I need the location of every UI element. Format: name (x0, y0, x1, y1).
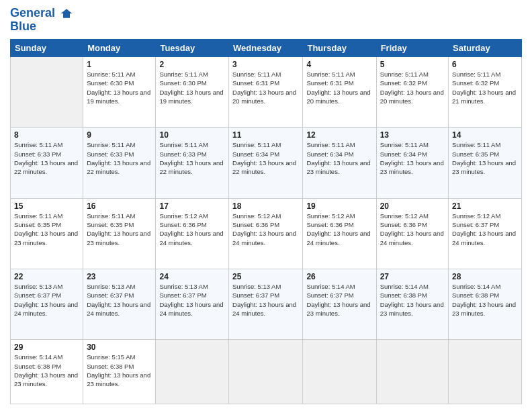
calendar-cell (303, 340, 376, 404)
day-number: 22 (14, 272, 79, 281)
weekday-header-sunday: Sunday (11, 40, 83, 57)
day-info: Sunrise: 5:11 AMSunset: 6:35 PMDaylight:… (14, 212, 79, 247)
day-number: 8 (14, 130, 79, 140)
day-info: Sunrise: 5:11 AMSunset: 6:33 PMDaylight:… (14, 140, 79, 176)
day-number: 2 (159, 60, 225, 69)
day-info: Sunrise: 5:11 AMSunset: 6:35 PMDaylight:… (452, 140, 518, 176)
day-info: Sunrise: 5:11 AMSunset: 6:32 PMDaylight:… (380, 70, 445, 105)
day-number: 14 (452, 130, 518, 140)
day-info: Sunrise: 5:11 AMSunset: 6:30 PMDaylight:… (159, 70, 225, 105)
weekday-header-thursday: Thursday (303, 40, 376, 57)
day-info: Sunrise: 5:12 AMSunset: 6:36 PMDaylight:… (306, 212, 372, 247)
day-number: 1 (87, 60, 152, 69)
logo-text: General (10, 7, 73, 20)
calendar-cell: 20Sunrise: 5:12 AMSunset: 6:36 PMDayligh… (376, 198, 448, 269)
day-number: 3 (232, 60, 299, 69)
calendar-cell: 14Sunrise: 5:11 AMSunset: 6:35 PMDayligh… (449, 128, 522, 198)
day-number: 13 (380, 130, 445, 140)
day-info: Sunrise: 5:12 AMSunset: 6:37 PMDaylight:… (452, 212, 518, 247)
calendar-cell: 19Sunrise: 5:12 AMSunset: 6:36 PMDayligh… (303, 198, 376, 269)
day-info: Sunrise: 5:13 AMSunset: 6:37 PMDaylight:… (14, 282, 79, 318)
day-info: Sunrise: 5:11 AMSunset: 6:32 PMDaylight:… (452, 70, 518, 105)
calendar-cell: 11Sunrise: 5:11 AMSunset: 6:34 PMDayligh… (229, 128, 303, 198)
calendar-cell: 26Sunrise: 5:14 AMSunset: 6:37 PMDayligh… (303, 269, 376, 339)
day-info: Sunrise: 5:14 AMSunset: 6:38 PMDaylight:… (380, 282, 445, 318)
day-info: Sunrise: 5:14 AMSunset: 6:37 PMDaylight:… (306, 282, 372, 318)
day-number: 26 (306, 272, 372, 281)
weekday-header-wednesday: Wednesday (229, 40, 303, 57)
day-info: Sunrise: 5:13 AMSunset: 6:37 PMDaylight:… (232, 282, 299, 318)
calendar-cell: 29Sunrise: 5:14 AMSunset: 6:38 PMDayligh… (11, 340, 83, 404)
day-number: 20 (380, 201, 445, 211)
day-number: 24 (159, 272, 225, 281)
day-number: 21 (452, 201, 518, 211)
calendar-cell: 22Sunrise: 5:13 AMSunset: 6:37 PMDayligh… (11, 269, 83, 339)
day-number: 23 (87, 272, 152, 281)
calendar-cell: 12Sunrise: 5:11 AMSunset: 6:34 PMDayligh… (303, 128, 376, 198)
calendar-cell: 3Sunrise: 5:11 AMSunset: 6:31 PMDaylight… (229, 57, 303, 128)
calendar-cell: 13Sunrise: 5:11 AMSunset: 6:34 PMDayligh… (376, 128, 448, 198)
calendar-cell (156, 340, 229, 404)
logo-blue: Blue (10, 20, 73, 34)
calendar-cell (376, 340, 448, 404)
day-number: 9 (87, 130, 152, 140)
calendar-cell: 23Sunrise: 5:13 AMSunset: 6:37 PMDayligh… (83, 269, 156, 339)
calendar-cell: 27Sunrise: 5:14 AMSunset: 6:38 PMDayligh… (376, 269, 448, 339)
logo-icon (60, 7, 73, 20)
calendar-cell: 24Sunrise: 5:13 AMSunset: 6:37 PMDayligh… (156, 269, 229, 339)
day-number: 6 (452, 60, 518, 69)
day-number: 29 (14, 342, 79, 352)
weekday-header-tuesday: Tuesday (156, 40, 229, 57)
calendar-cell: 17Sunrise: 5:12 AMSunset: 6:36 PMDayligh… (156, 198, 229, 269)
calendar-cell: 5Sunrise: 5:11 AMSunset: 6:32 PMDaylight… (376, 57, 448, 128)
day-info: Sunrise: 5:11 AMSunset: 6:30 PMDaylight:… (87, 70, 152, 105)
weekday-header-friday: Friday (376, 40, 448, 57)
calendar-cell: 10Sunrise: 5:11 AMSunset: 6:33 PMDayligh… (156, 128, 229, 198)
page: General Blue SundayMondayTuesdayWednesda… (0, 0, 532, 411)
day-number: 30 (87, 342, 152, 352)
day-info: Sunrise: 5:11 AMSunset: 6:33 PMDaylight:… (159, 140, 225, 176)
day-info: Sunrise: 5:12 AMSunset: 6:36 PMDaylight:… (380, 212, 445, 247)
weekday-header-monday: Monday (83, 40, 156, 57)
day-number: 10 (159, 130, 225, 140)
day-info: Sunrise: 5:14 AMSunset: 6:38 PMDaylight:… (452, 282, 518, 318)
day-info: Sunrise: 5:11 AMSunset: 6:34 PMDaylight:… (306, 140, 372, 176)
day-number: 17 (159, 201, 225, 211)
day-number: 19 (306, 201, 372, 211)
calendar-cell: 30Sunrise: 5:15 AMSunset: 6:38 PMDayligh… (83, 340, 156, 404)
day-number: 12 (306, 130, 372, 140)
day-number: 25 (232, 272, 299, 281)
day-info: Sunrise: 5:11 AMSunset: 6:35 PMDaylight:… (87, 212, 152, 247)
calendar-cell: 6Sunrise: 5:11 AMSunset: 6:32 PMDaylight… (449, 57, 522, 128)
day-info: Sunrise: 5:11 AMSunset: 6:34 PMDaylight:… (232, 140, 299, 176)
calendar: SundayMondayTuesdayWednesdayThursdayFrid… (10, 39, 522, 404)
day-info: Sunrise: 5:15 AMSunset: 6:38 PMDaylight:… (87, 353, 152, 388)
calendar-cell: 25Sunrise: 5:13 AMSunset: 6:37 PMDayligh… (229, 269, 303, 339)
day-number: 18 (232, 201, 299, 211)
day-info: Sunrise: 5:14 AMSunset: 6:38 PMDaylight:… (14, 353, 79, 388)
calendar-cell (449, 340, 522, 404)
calendar-cell: 2Sunrise: 5:11 AMSunset: 6:30 PMDaylight… (156, 57, 229, 128)
day-number: 16 (87, 201, 152, 211)
day-info: Sunrise: 5:11 AMSunset: 6:31 PMDaylight:… (232, 70, 299, 105)
header: General Blue (10, 7, 522, 34)
day-info: Sunrise: 5:12 AMSunset: 6:36 PMDaylight:… (159, 212, 225, 247)
calendar-cell: 15Sunrise: 5:11 AMSunset: 6:35 PMDayligh… (11, 198, 83, 269)
day-number: 5 (380, 60, 445, 69)
calendar-cell: 9Sunrise: 5:11 AMSunset: 6:33 PMDaylight… (83, 128, 156, 198)
calendar-cell: 8Sunrise: 5:11 AMSunset: 6:33 PMDaylight… (11, 128, 83, 198)
calendar-cell: 18Sunrise: 5:12 AMSunset: 6:36 PMDayligh… (229, 198, 303, 269)
logo: General Blue (10, 7, 73, 34)
day-number: 27 (380, 272, 445, 281)
day-number: 4 (306, 60, 372, 69)
day-info: Sunrise: 5:11 AMSunset: 6:31 PMDaylight:… (306, 70, 372, 105)
day-info: Sunrise: 5:13 AMSunset: 6:37 PMDaylight:… (87, 282, 152, 318)
calendar-cell: 16Sunrise: 5:11 AMSunset: 6:35 PMDayligh… (83, 198, 156, 269)
day-info: Sunrise: 5:12 AMSunset: 6:36 PMDaylight:… (232, 212, 299, 247)
day-info: Sunrise: 5:11 AMSunset: 6:33 PMDaylight:… (87, 140, 152, 176)
day-number: 11 (232, 130, 299, 140)
calendar-cell: 28Sunrise: 5:14 AMSunset: 6:38 PMDayligh… (449, 269, 522, 339)
calendar-cell: 1Sunrise: 5:11 AMSunset: 6:30 PMDaylight… (83, 57, 156, 128)
calendar-cell (229, 340, 303, 404)
day-info: Sunrise: 5:11 AMSunset: 6:34 PMDaylight:… (380, 140, 445, 176)
